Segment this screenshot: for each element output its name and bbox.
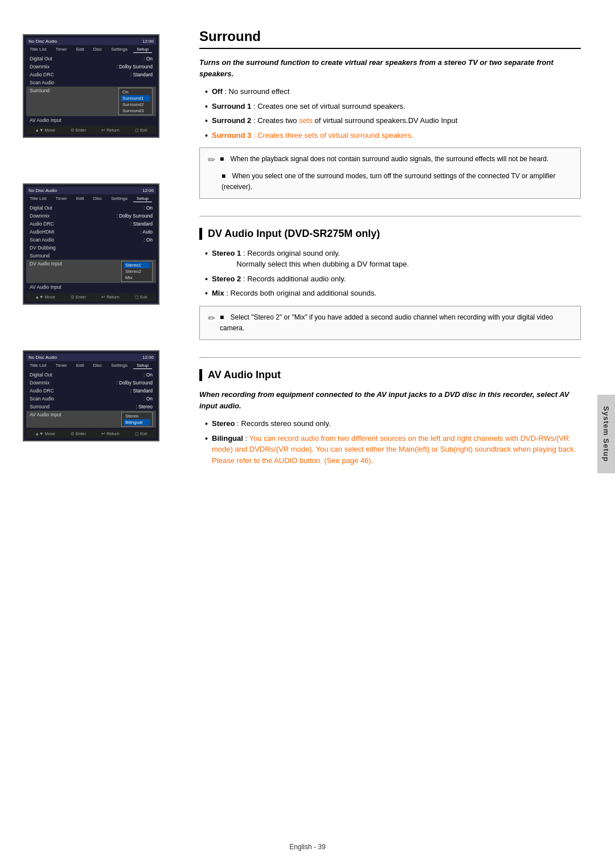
menu-row-downmix: Downmix: Dolby Surround [26,63,156,71]
menu-row-surround: Surround On Surround1 Surround2 Surround… [26,87,156,116]
s3-digitalout: Digital Out: On [26,371,156,379]
bullet-bilingual: Bilingual : You can record audio from tw… [205,433,581,466]
av-audio-intro: When recording from equipment connected … [199,389,581,411]
s3-scanaudio: Scan Audio: On [26,395,156,403]
bullet-off: Off : No surround effect [205,86,581,97]
s3-downmix: Downmix: Dolby Surround [26,379,156,387]
av-audio-title: AV Audio Input [199,369,581,381]
screen3-header-right: 12:00 [142,355,154,360]
screen2-header-right: 12:00 [142,188,154,193]
screen1-header-right: 12:00 [142,39,154,44]
divider-2 [199,357,581,358]
surround-title: Surround [199,28,581,49]
dv-note-icon: ✏ [208,311,215,326]
screen1-header: No Disc Audio 12:00 [26,38,156,45]
screen3-header: No Disc Audio 12:00 [26,354,156,361]
tab-disc: Disc [89,46,105,53]
bullet-stereo-av: Stereo : Records stereo sound only. [205,418,581,429]
av-audio-section: AV Audio Input When recording from equip… [199,369,581,466]
s2-scanaudio: Scan Audio: On [26,236,156,244]
tab-setup: Setup [133,46,152,53]
s3-surround: Surround: Stereo [26,403,156,411]
s2-avaudioinput: AV Audio Input [26,283,156,291]
dv-audio-section: DV Audio Input (DVD-SR275M only) Stereo … [199,228,581,340]
menu-row-digitalout: Digital Out: On [26,55,156,63]
dv-note-row: ✏ ■ Select "Stereo 2" or "Mix" if you ha… [208,312,572,334]
page-footer: English - 39 [289,843,325,851]
screen3-tabs: Title List Timer Edit Disc Settings Setu… [26,362,156,369]
surround-note-box: ✏ ■ When the playback signal does not co… [199,148,581,199]
dv-audio-title: DV Audio Input (DVD-SR275M only) [199,228,581,240]
bullet-surround2: Surround 2 : Creates two sets of virtual… [205,115,581,126]
bullet-surround1: Surround 1 : Creates one set of virtual … [205,101,581,112]
screen2-header-left: No Disc Audio [28,188,57,193]
menu-row-avaudio1: AV Audio Input [26,116,156,124]
screen1-tabs: Title List Timer Edit Disc Settings Setu… [26,46,156,53]
screen2-tabs: Title List Timer Edit Disc Settings Setu… [26,195,156,202]
screen3-footer: ▲▼ Move ⊙ Enter ↩ Return ◻ Exit [26,429,156,438]
s2-dvaudioinput: DV Audio Input Stereo1 Stereo2 Mix [26,260,156,283]
bullet-mix: Mix : Records both original and addition… [205,288,581,299]
s3-avaudioinput: AV Audio Input Stereo Bilingual [26,411,156,428]
right-column: Surround Turns on the surround function … [182,0,615,868]
surround-intro: Turns on the surround function to create… [199,57,581,79]
divider-1 [199,216,581,216]
tab-edit: Edit [73,46,88,53]
dv-bullet-list: Stereo 1 : Records original sound only. … [199,248,581,299]
bullet-stereo1: Stereo 1 : Records original sound only. … [205,248,581,270]
s2-audiohdmi: AudioHDMI: Auto [26,228,156,236]
screen1-footer: ▲▼ Move ⊙ Enter ↩ Return ◻ Exit [26,126,156,134]
screen2-header: No Disc Audio 12:00 [26,187,156,194]
dv-note-box: ✏ ■ Select "Stereo 2" or "Mix" if you ha… [199,306,581,340]
tab-settings: Settings [108,46,131,53]
menu-row-scanaudio: Scan Audio [26,79,156,87]
s2-audiodrc: Audio DRC: Standard [26,220,156,228]
tab-timer: Timer [52,46,71,53]
device-screen-surround: No Disc Audio 12:00 Title List Timer Edi… [23,34,159,138]
screen2-footer: ▲▼ Move ⊙ Enter ↩ Return ◻ Exit [26,293,156,301]
s2-surround: Surround [26,252,156,260]
bullet-stereo2: Stereo 2 : Records additional audio only… [205,273,581,285]
note-row-1: ✏ ■ When the playback signal does not co… [208,154,572,167]
s3-audiodrc: Audio DRC: Standard [26,387,156,395]
s2-dvdubbing: DV Dubbing [26,244,156,252]
s2-downmix: Downmix: Dolby Surround [26,212,156,220]
screen3-header-left: No Disc Audio [28,355,57,360]
screen1-header-left: No Disc Audio [28,39,57,44]
surround-section: Surround Turns on the surround function … [199,28,581,199]
bullet-surround3: Surround 3 : Creates three sets of virtu… [205,130,581,141]
tab-title-list: Title List [26,46,50,53]
menu-row-audiodrc: Audio DRC: Standard [26,71,156,79]
surround-bullet-list: Off : No surround effect Surround 1 : Cr… [199,86,581,141]
device-screen-dv: No Disc Audio 12:00 Title List Timer Edi… [23,183,159,305]
av-bullet-list: Stereo : Records stereo sound only. Bili… [199,418,581,466]
device-screen-av: No Disc Audio 12:00 Title List Timer Edi… [23,350,159,441]
system-setup-tab: System Setup [597,395,615,473]
s2-digitalout: Digital Out: On [26,204,156,212]
left-column: No Disc Audio 12:00 Title List Timer Edi… [0,0,182,868]
note-row-2: ■ When you select one of the surround mo… [208,171,572,193]
note-icon-1: ✏ [208,153,215,167]
